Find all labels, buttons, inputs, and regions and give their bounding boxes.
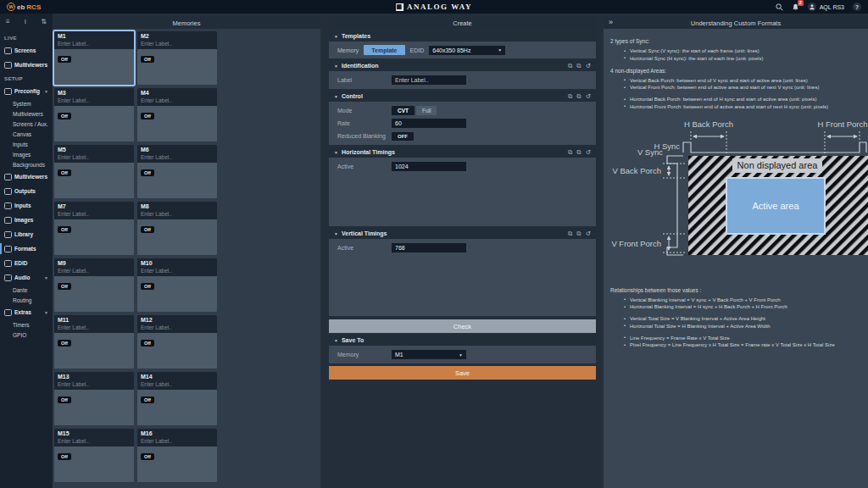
inputs-icon — [4, 202, 12, 209]
sidebar-subitem-system[interactable]: System — [0, 98, 53, 108]
memory-off-toggle[interactable]: Off — [58, 283, 71, 291]
sidebar-subitem-routing[interactable]: Routing — [0, 295, 53, 305]
memory-off-toggle[interactable]: Off — [58, 396, 71, 404]
label-field-label: Label — [337, 77, 392, 83]
memory-tile-m1[interactable]: M1Enter Label..Off — [54, 31, 134, 85]
horizontal-timings-section-header[interactable]: ▼ Horizontal Timings ⧉ ⧉ ↺ — [329, 147, 596, 158]
sidebar-item-multiviewers[interactable]: Multiviewers — [0, 169, 53, 184]
vertical-timings-section-header[interactable]: ▼ Vertical Timings ⧉ ⧉ ↺ — [329, 228, 596, 239]
memory-tile-m13[interactable]: M13Enter Label..Off — [54, 372, 134, 425]
reset-icon[interactable]: ↺ — [586, 62, 591, 70]
rate-input[interactable] — [392, 119, 466, 128]
memory-off-toggle[interactable]: Off — [58, 340, 71, 347]
sidebar-subitem-screens-aux[interactable]: Screens / Aux. — [0, 119, 53, 129]
save-memory-dropdown[interactable]: M1 ▼ — [392, 350, 466, 359]
user-menu[interactable]: AQL RS3 — [808, 3, 844, 11]
paste-icon[interactable]: ⧉ — [576, 62, 581, 70]
memory-tile-m10[interactable]: M10Enter Label..Off — [137, 258, 217, 312]
memory-tile-m3[interactable]: M3Enter Label..Off — [54, 88, 134, 141]
copy-icon[interactable]: ⧉ — [568, 92, 572, 101]
format-dropdown[interactable]: 640x350 85Hz ▼ — [429, 46, 505, 55]
sidebar-item-edid[interactable]: EDID — [0, 256, 53, 270]
sidebar-subitem-dante[interactable]: Dante — [0, 285, 53, 295]
sidebar-item-outputs[interactable]: Outputs — [0, 184, 53, 198]
memory-off-toggle[interactable]: Off — [141, 283, 154, 291]
label-input[interactable] — [392, 75, 466, 85]
sidebar-subitem-images[interactable]: Images — [0, 149, 53, 159]
memory-tile-m2[interactable]: M2Enter Label..Off — [137, 31, 217, 85]
memory-tile-m9[interactable]: M9Enter Label..Off — [54, 258, 134, 312]
sidebar-item-inputs[interactable]: Inputs — [0, 198, 53, 213]
sidebar-subitem-gpio[interactable]: GPIO — [0, 330, 53, 340]
memory-tile-m6[interactable]: M6Enter Label..Off — [137, 145, 217, 198]
horizontal-active-input[interactable] — [392, 162, 466, 171]
reset-icon[interactable]: ↺ — [586, 230, 591, 238]
memory-tile-m8[interactable]: M8Enter Label..Off — [137, 202, 217, 255]
memory-off-toggle[interactable]: Off — [141, 396, 154, 404]
sidebar-subitem-canvas[interactable]: Canvas — [0, 129, 53, 139]
memory-tile-m4[interactable]: M4Enter Label..Off — [137, 88, 217, 141]
source-option-template[interactable]: Template — [364, 45, 404, 55]
mode-option-full[interactable]: Full — [416, 106, 437, 115]
memory-off-toggle[interactable]: Off — [58, 56, 71, 64]
memory-tile-m14[interactable]: M14Enter Label..Off — [137, 372, 217, 425]
save-button[interactable]: Save — [329, 366, 596, 380]
memory-off-toggle[interactable]: Off — [58, 113, 71, 120]
templates-section-header[interactable]: ▼ Templates — [329, 30, 596, 42]
identification-section-header[interactable]: ▼ Identification ⧉ ⧉ ↺ — [329, 60, 596, 71]
sidebar-subitem-multiviewers[interactable]: Multiviewers — [0, 108, 53, 119]
help-icon[interactable]: ? — [853, 3, 861, 11]
collapse-panel-icon[interactable]: » — [609, 18, 613, 26]
notifications-bell-icon[interactable]: 2 — [792, 3, 799, 11]
format-value: 640x350 85Hz — [432, 47, 470, 53]
memory-off-toggle[interactable]: Off — [141, 113, 154, 120]
paste-icon[interactable]: ⧉ — [576, 92, 581, 101]
sidebar-item-images[interactable]: Images — [0, 213, 53, 227]
copy-icon[interactable]: ⧉ — [568, 230, 572, 238]
reduced-blanking-toggle[interactable]: OFF — [392, 132, 414, 141]
memory-tile-m12[interactable]: M12Enter Label..Off — [137, 315, 217, 369]
vertical-active-input[interactable] — [392, 243, 466, 252]
save-to-section-header[interactable]: ▼ Save To — [329, 335, 596, 346]
paste-icon[interactable]: ⧉ — [576, 230, 581, 238]
source-option-memory[interactable]: Memory — [337, 47, 359, 53]
memory-tile-m5[interactable]: M5Enter Label..Off — [54, 145, 134, 198]
sidebar-item-library[interactable]: Library — [0, 227, 53, 241]
memory-off-toggle[interactable]: Off — [141, 56, 154, 64]
memory-tile-header: M16Enter Label.. — [137, 429, 217, 446]
reset-icon[interactable]: ↺ — [586, 92, 591, 101]
memory-off-toggle[interactable]: Off — [58, 169, 71, 177]
memory-off-toggle[interactable]: Off — [58, 453, 71, 461]
memory-tile-m16[interactable]: M16Enter Label..Off — [137, 429, 217, 482]
sidebar-item-audio[interactable]: Audio▼ — [0, 270, 53, 285]
paste-icon[interactable]: ⧉ — [576, 148, 581, 157]
check-button[interactable]: Check — [329, 319, 596, 333]
sidebar-item-formats[interactable]: Formats — [0, 241, 53, 256]
sidebar-item-multiviewers[interactable]: Multiviewers — [0, 58, 53, 72]
memory-off-toggle[interactable]: Off — [141, 453, 154, 461]
memory-off-toggle[interactable]: Off — [141, 169, 154, 177]
memory-off-toggle[interactable]: Off — [141, 226, 154, 234]
align-layout-icon[interactable]: I — [25, 18, 26, 25]
sidebar-item-extras[interactable]: Extras▼ — [0, 305, 53, 319]
mode-option-cvt[interactable]: CVT — [392, 106, 415, 115]
memory-tile-m15[interactable]: M15Enter Label..Off — [54, 429, 134, 482]
reset-icon[interactable]: ↺ — [586, 148, 591, 157]
copy-icon[interactable]: ⧉ — [568, 148, 572, 157]
sidebar-item-screens[interactable]: Screens — [0, 43, 53, 58]
search-icon[interactable] — [776, 3, 783, 11]
memory-off-toggle[interactable]: Off — [141, 340, 154, 347]
control-section-header[interactable]: ▼ Control ⧉ ⧉ ↺ — [329, 91, 596, 102]
sidebar-subitem-inputs[interactable]: Inputs — [0, 139, 53, 149]
notification-badge: 2 — [798, 0, 804, 6]
sidebar-subitem-timers[interactable]: Timers — [0, 319, 53, 330]
memory-off-toggle[interactable]: Off — [58, 226, 71, 234]
memory-tile-m7[interactable]: M7Enter Label..Off — [54, 202, 134, 255]
copy-icon[interactable]: ⧉ — [568, 62, 572, 70]
sidebar-item-preconfig[interactable]: Preconfig▼ — [0, 84, 53, 98]
collapse-sidebar-icon[interactable]: ≡ — [6, 18, 10, 25]
memory-tile-m11[interactable]: M11Enter Label..Off — [54, 315, 134, 369]
source-option-edid[interactable]: EDID — [410, 47, 425, 53]
sidebar-subitem-backgrounds[interactable]: Backgrounds — [0, 159, 53, 169]
split-layout-icon[interactable]: ⇅ — [41, 18, 47, 25]
